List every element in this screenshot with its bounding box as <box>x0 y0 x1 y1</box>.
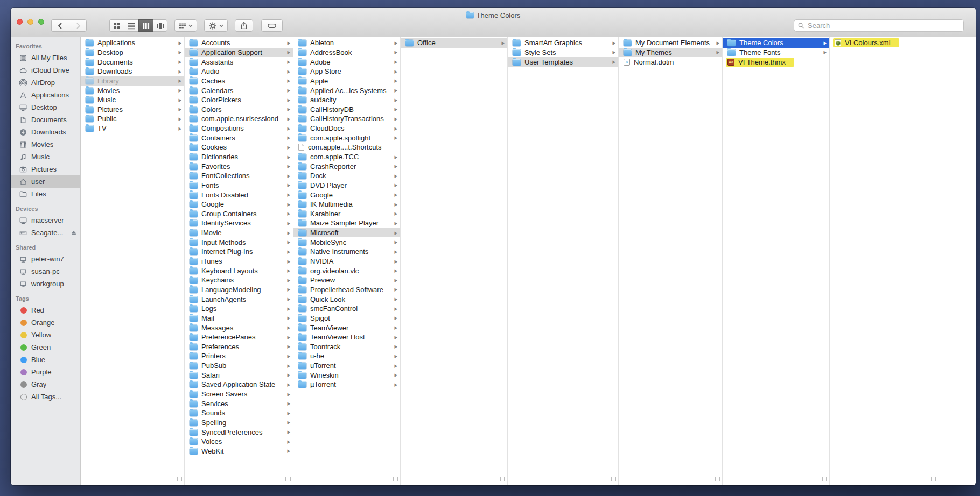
file-row-tv[interactable]: TV▶ <box>81 124 184 133</box>
sidebar-item-purple[interactable]: Purple <box>11 366 80 378</box>
file-row-callhistorydb[interactable]: CallHistoryDB▶ <box>293 104 400 114</box>
file-row-ableton[interactable]: Ableton▶ <box>293 38 400 48</box>
sidebar-item-user[interactable]: user <box>11 175 80 188</box>
sidebar-item-music[interactable]: Music <box>11 151 80 163</box>
file-row-documents[interactable]: Documents▶ <box>81 57 184 67</box>
sidebar-item-airdrop[interactable]: AirDrop <box>11 76 80 89</box>
file-row-webkit[interactable]: WebKit▶ <box>185 447 293 456</box>
file-row-maize-sampler-player[interactable]: Maize Sampler Player▶ <box>293 218 400 228</box>
file-row-internet-plug-ins[interactable]: Internet Plug-Ins▶ <box>185 247 293 257</box>
file-row-movies[interactable]: Movies▶ <box>81 86 184 95</box>
sidebar-item-seagate-[interactable]: Seagate... <box>11 226 80 239</box>
sidebar-item-blue[interactable]: Blue <box>11 353 80 366</box>
file-row-quick-look[interactable]: Quick Look▶ <box>293 294 400 304</box>
sidebar-item-orange[interactable]: Orange <box>11 316 80 329</box>
file-row-office[interactable]: Office▶ <box>401 38 507 48</box>
file-row-containers[interactable]: Containers▶ <box>185 133 293 143</box>
file-row-google[interactable]: Google▶ <box>185 200 293 209</box>
sidebar-item-peter-win7[interactable]: peter-win7 <box>11 253 80 265</box>
file-row-u-he[interactable]: u-he▶ <box>293 351 400 361</box>
file-row-identityservices[interactable]: IdentityServices▶ <box>185 218 293 228</box>
file-row-dvd-player[interactable]: DVD Player▶ <box>293 181 400 190</box>
file-row-public[interactable]: Public▶ <box>81 114 184 124</box>
sidebar-item-all-my-files[interactable]: All My Files <box>11 52 80 64</box>
tag-button[interactable] <box>261 19 283 32</box>
file-row-preferencepanes[interactable]: PreferencePanes▶ <box>185 332 293 342</box>
file-row-logs[interactable]: Logs▶ <box>185 304 293 314</box>
file-row-downloads[interactable]: Downloads▶ <box>81 67 184 76</box>
file-row-ik-multimedia[interactable]: IK Multimedia▶ <box>293 200 400 209</box>
file-row-voices[interactable]: Voices▶ <box>185 437 293 447</box>
file-row-colors[interactable]: Colors▶ <box>185 104 293 114</box>
sidebar-item-applications[interactable]: Applications <box>11 89 80 101</box>
file-row-audio[interactable]: Audio▶ <box>185 67 293 76</box>
sidebar-item-movies[interactable]: Movies <box>11 138 80 151</box>
file-row-application-support[interactable]: Application Support▶ <box>185 48 293 58</box>
file-row-spelling[interactable]: Spelling▶ <box>185 418 293 428</box>
sidebar-item-gray[interactable]: Gray <box>11 378 80 391</box>
file-row-teamviewer-host[interactable]: TeamViewer Host▶ <box>293 332 400 342</box>
file-row-mail[interactable]: Mail▶ <box>185 314 293 323</box>
file-row-toontrack[interactable]: Toontrack▶ <box>293 342 400 352</box>
file-row-theme-colors[interactable]: Theme Colors▶ <box>723 38 829 48</box>
file-row-clouddocs[interactable]: CloudDocs▶ <box>293 124 400 133</box>
sidebar-item-icloud-drive[interactable]: iCloud Drive <box>11 64 80 76</box>
file-row-user-templates[interactable]: User Templates▶ <box>508 57 618 67</box>
file-row-dock[interactable]: Dock▶ <box>293 171 400 181</box>
sidebar-item-green[interactable]: Green <box>11 341 80 353</box>
list-view-button[interactable] <box>124 19 138 32</box>
file-row-teamviewer[interactable]: TeamViewer▶ <box>293 323 400 332</box>
sidebar-item-macserver[interactable]: macserver <box>11 214 80 226</box>
file-row-google[interactable]: Google▶ <box>293 190 400 200</box>
file-row-com-apple-t-shortcuts[interactable]: com.apple....t.Shortcuts <box>293 143 400 152</box>
file-row-fonts[interactable]: Fonts▶ <box>185 181 293 190</box>
file-row-keychains[interactable]: Keychains▶ <box>185 275 293 285</box>
sidebar-item-downloads[interactable]: Downloads <box>11 126 80 138</box>
file-row-app-store[interactable]: App Store▶ <box>293 67 400 76</box>
search-field[interactable] <box>794 19 964 32</box>
file-row--torrent[interactable]: µTorrent▶ <box>293 380 400 389</box>
share-button[interactable] <box>235 19 253 32</box>
file-row-compositions[interactable]: Compositions▶ <box>185 124 293 133</box>
forward-button[interactable] <box>69 19 87 32</box>
file-row-caches[interactable]: Caches▶ <box>185 76 293 86</box>
file-row-sounds[interactable]: Sounds▶ <box>185 408 293 418</box>
file-row-my-document-elements[interactable]: My Document Elements▶ <box>619 38 722 48</box>
file-row-keyboard-layouts[interactable]: Keyboard Layouts▶ <box>185 266 293 275</box>
file-row-fontcollections[interactable]: FontCollections▶ <box>185 171 293 181</box>
file-row-wineskin[interactable]: Wineskin▶ <box>293 370 400 380</box>
file-row-preferences[interactable]: Preferences▶ <box>185 342 293 352</box>
file-row-cookies[interactable]: Cookies▶ <box>185 143 293 152</box>
file-row-vi-theme-thmx[interactable]: AaVI Theme.thmx <box>723 57 829 67</box>
file-row-pubsub[interactable]: PubSub▶ <box>185 361 293 371</box>
search-input[interactable] <box>807 21 960 30</box>
back-button[interactable] <box>51 19 69 32</box>
file-row-propellerhead-software[interactable]: Propellerhead Software▶ <box>293 285 400 295</box>
column-view-button[interactable] <box>138 19 153 32</box>
file-row-adobe[interactable]: Adobe▶ <box>293 57 400 67</box>
coverflow-view-button[interactable] <box>153 19 167 32</box>
file-row-preview[interactable]: Preview▶ <box>293 275 400 285</box>
sidebar-item-workgroup[interactable]: workgroup <box>11 278 80 290</box>
file-row-screen-savers[interactable]: Screen Savers▶ <box>185 389 293 399</box>
file-row-smartart-graphics[interactable]: SmartArt Graphics▶ <box>508 38 618 48</box>
file-row-theme-fonts[interactable]: Theme Fonts▶ <box>723 48 829 58</box>
file-row-library[interactable]: Library▶ <box>81 76 184 86</box>
eject-button[interactable] <box>70 229 78 236</box>
file-row-dictionaries[interactable]: Dictionaries▶ <box>185 152 293 162</box>
file-row-native-instruments[interactable]: Native Instruments▶ <box>293 247 400 257</box>
sidebar-item-desktop[interactable]: Desktop <box>11 101 80 114</box>
file-row-com-apple-tcc[interactable]: com.apple.TCC▶ <box>293 152 400 162</box>
action-menu-button[interactable] <box>204 19 228 32</box>
file-row-accounts[interactable]: Accounts▶ <box>185 38 293 48</box>
file-row-fonts-disabled[interactable]: Fonts Disabled▶ <box>185 190 293 200</box>
file-row-printers[interactable]: Printers▶ <box>185 351 293 361</box>
sidebar-item-pictures[interactable]: Pictures <box>11 163 80 175</box>
file-row-addressbook[interactable]: AddressBook▶ <box>293 48 400 58</box>
file-row-imovie[interactable]: iMovie▶ <box>185 228 293 238</box>
file-row-com-apple-nsurlsessiond[interactable]: com.apple.nsurlsessiond▶ <box>185 114 293 124</box>
file-row-music[interactable]: Music▶ <box>81 95 184 105</box>
sidebar-item-red[interactable]: Red <box>11 304 80 316</box>
file-row-normal-dotm[interactable]: aNormal.dotm <box>619 57 722 67</box>
file-row-assistants[interactable]: Assistants▶ <box>185 57 293 67</box>
